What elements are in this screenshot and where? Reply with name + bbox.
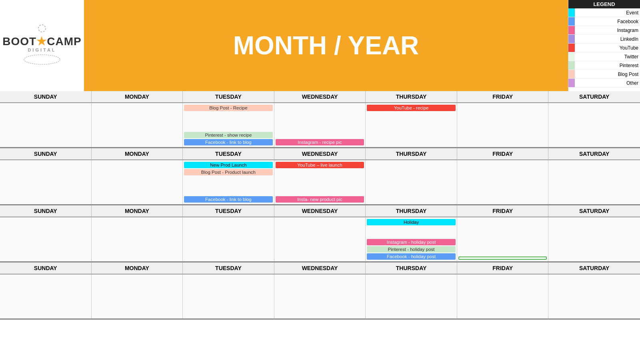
legend-item: Pinterest — [568, 61, 640, 70]
app-container: BOOT★CAMP DIGITAL MONTH / YEAR LEGEND Ev… — [0, 0, 640, 320]
event-pill[interactable]: Instagram - holiday post — [367, 239, 456, 245]
day-cell — [92, 274, 183, 318]
event-pill[interactable]: Blog Post - Product launch — [184, 169, 273, 175]
day-cell — [457, 160, 549, 204]
event-pill[interactable]: Pinterest - holiday post — [367, 246, 456, 253]
day-cell — [0, 160, 92, 204]
logo-digital: DIGITAL — [2, 48, 81, 52]
logo-text: BOOT★CAMP DIGITAL — [2, 36, 81, 53]
event-pill[interactable]: Instagram - recipe pic — [276, 139, 364, 145]
legend-item-label: Instagram — [575, 26, 640, 34]
day-header: SUNDAY — [0, 205, 92, 217]
legend-item-label: Pinterest — [575, 61, 640, 70]
event-pill[interactable]: Holiday — [367, 219, 456, 225]
event-pill[interactable]: New Prod Launch — [184, 162, 273, 168]
day-header: SATURDAY — [548, 263, 640, 274]
legend-title: LEGEND — [568, 0, 640, 8]
title-area: MONTH / YEAR — [84, 0, 568, 91]
event-pill[interactable]: Blog Post - Recipe — [184, 105, 273, 111]
day-cell — [548, 217, 640, 261]
week-row — [0, 274, 640, 320]
day-cell — [274, 274, 366, 318]
event-pill[interactable]: Pinterest - show recipe — [184, 132, 273, 138]
day-cell — [366, 160, 457, 204]
day-cell — [457, 217, 549, 261]
day-header: SUNDAY — [0, 263, 92, 274]
logo-star: ★ — [36, 35, 47, 48]
legend-item-label: Event — [575, 8, 640, 17]
logo-boot: BOOT — [2, 35, 36, 48]
legend-color-swatch — [568, 52, 575, 61]
day-cell: Blog Post - RecipePinterest - show recip… — [183, 103, 274, 147]
day-header: SATURDAY — [548, 205, 640, 217]
calendar-title: MONTH / YEAR — [233, 31, 419, 60]
legend-item-label: Other — [575, 79, 640, 87]
calendar-container: SUNDAYMONDAYTUESDAYWEDNESDAYTHURSDAYFRID… — [0, 91, 640, 320]
day-cell — [548, 274, 640, 318]
day-cell: Instagram - recipe pic — [274, 103, 366, 147]
event-pill[interactable]: YouTube – live launch — [276, 162, 364, 168]
legend-item: Twitter — [568, 52, 640, 61]
legend-color-swatch — [568, 61, 575, 70]
legend-color-swatch — [568, 35, 575, 43]
day-cell — [548, 160, 640, 204]
legend-color-swatch — [568, 8, 575, 17]
svg-point-0 — [38, 25, 46, 32]
day-cell — [183, 274, 274, 318]
event-pill[interactable]: Facebook - link to blog — [184, 139, 273, 145]
header: BOOT★CAMP DIGITAL MONTH / YEAR LEGEND Ev… — [0, 0, 640, 91]
event-pill[interactable] — [458, 257, 547, 260]
day-cell: YouTube - recipe — [366, 103, 457, 147]
logo-gear-icon — [26, 24, 58, 32]
legend-item: YouTube — [568, 44, 640, 52]
legend-area: LEGEND EventFacebookInstagramLinkedInYou… — [568, 0, 640, 91]
week-row: HolidayInstagram - holiday postPinterest… — [0, 217, 640, 263]
day-cell — [92, 160, 183, 204]
day-cell — [457, 103, 549, 147]
day-headers: SUNDAYMONDAYTUESDAYWEDNESDAYTHURSDAYFRID… — [0, 148, 640, 160]
legend-color-swatch — [568, 17, 575, 26]
legend-item-label: Facebook — [575, 17, 640, 26]
day-cell — [548, 103, 640, 147]
day-header: TUESDAY — [183, 91, 274, 102]
event-pill[interactable]: Insta- new product pic — [276, 196, 364, 203]
legend-color-swatch — [568, 70, 575, 78]
day-cell — [457, 274, 549, 318]
legend-item: Instagram — [568, 26, 640, 35]
week-row: Blog Post - RecipePinterest - show recip… — [0, 103, 640, 148]
event-pill[interactable]: Facebook - holiday post — [367, 253, 456, 260]
legend-item: Blog Post — [568, 70, 640, 79]
day-cell — [0, 217, 92, 261]
event-pill[interactable]: Facebook - link to blog — [184, 196, 273, 203]
day-header: THURSDAY — [366, 205, 457, 217]
day-header: TUESDAY — [183, 148, 274, 159]
day-cell: New Prod LaunchBlog Post - Product launc… — [183, 160, 274, 204]
day-headers: SUNDAYMONDAYTUESDAYWEDNESDAYTHURSDAYFRID… — [0, 205, 640, 217]
day-header: SUNDAY — [0, 148, 92, 159]
legend-color-swatch — [568, 44, 575, 52]
day-cell — [366, 274, 457, 318]
legend-item: Facebook — [568, 17, 640, 26]
day-headers: SUNDAYMONDAYTUESDAYWEDNESDAYTHURSDAYFRID… — [0, 263, 640, 274]
day-header: FRIDAY — [457, 205, 549, 217]
legend-item-label: YouTube — [575, 44, 640, 52]
week-row: New Prod LaunchBlog Post - Product launc… — [0, 160, 640, 205]
legend-color-swatch — [568, 26, 575, 34]
day-header: FRIDAY — [457, 91, 549, 102]
day-header: FRIDAY — [457, 148, 549, 159]
day-cell — [92, 217, 183, 261]
legend-color-swatch — [568, 79, 575, 87]
day-cell — [92, 103, 183, 147]
day-cell: YouTube – live launchInsta- new product … — [274, 160, 366, 204]
day-header: SATURDAY — [548, 91, 640, 102]
day-header: MONDAY — [92, 91, 183, 102]
day-cell — [0, 274, 92, 318]
day-cell — [183, 217, 274, 261]
day-cell: HolidayInstagram - holiday postPinterest… — [366, 217, 457, 261]
event-pill[interactable]: YouTube - recipe — [367, 105, 456, 111]
day-header: THURSDAY — [366, 91, 457, 102]
day-header: FRIDAY — [457, 263, 549, 274]
day-header: SUNDAY — [0, 91, 92, 102]
day-headers: SUNDAYMONDAYTUESDAYWEDNESDAYTHURSDAYFRID… — [0, 91, 640, 103]
legend-item: LinkedIn — [568, 35, 640, 44]
